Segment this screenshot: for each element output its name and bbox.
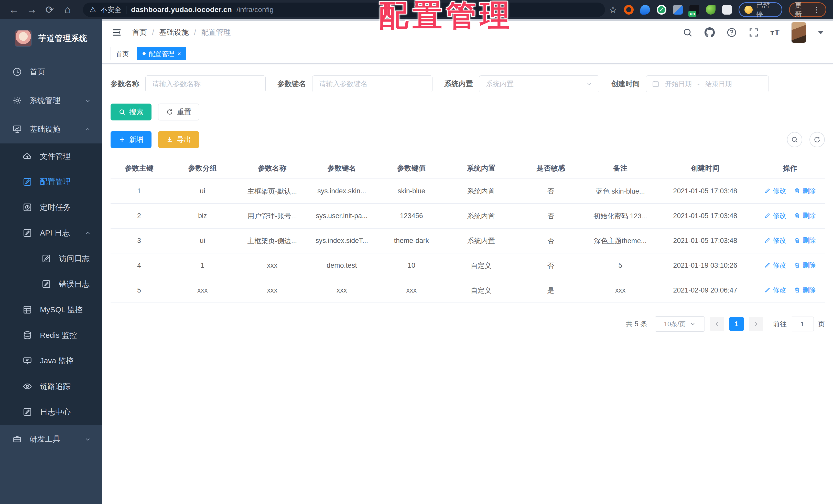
goto-page-input[interactable] [791, 317, 814, 331]
sidebar-item-3[interactable]: 文件管理 [0, 144, 102, 169]
table-cell-actions: 修改删除 [755, 253, 825, 278]
sidebar-item-4[interactable]: 配置管理 [0, 169, 102, 195]
user-avatar[interactable] [791, 22, 806, 43]
sidebar-item-13[interactable]: 日志中心 [0, 399, 102, 425]
param-key-input[interactable] [312, 75, 432, 92]
browser-home-icon[interactable]: ⌂ [61, 3, 75, 17]
search-button[interactable]: 搜索 [111, 104, 151, 121]
extension-pin-icon[interactable] [640, 5, 650, 15]
breadcrumb-home[interactable]: 首页 [132, 27, 147, 37]
date-range-picker[interactable]: 开始日期 - 结束日期 [646, 75, 769, 92]
table-cell: 3 [111, 228, 168, 253]
table-cell: 2021-02-09 20:06:47 [655, 278, 755, 303]
breadcrumb-infra[interactable]: 基础设施 [159, 27, 189, 37]
delete-row-link[interactable]: 删除 [794, 261, 816, 270]
browser-update-button[interactable]: 更新 ⋮ [789, 2, 826, 17]
table-cell: 1 [111, 179, 168, 204]
table-row: 3ui主框架页-侧边...sys.index.sideT...theme-dar… [111, 228, 825, 253]
toggle-search-button[interactable] [787, 132, 802, 147]
tab-close-icon[interactable]: × [177, 50, 181, 57]
refresh-icon [166, 108, 173, 116]
sidebar-item-14[interactable]: 研发工具 [0, 425, 102, 453]
trash-icon [794, 262, 801, 269]
profile-paused-badge[interactable]: 已暂停 [739, 2, 782, 17]
font-size-icon[interactable]: ᴛT [770, 28, 780, 37]
sidebar-item-6[interactable]: API 日志 [0, 220, 102, 246]
sidebar-item-0[interactable]: 首页 [0, 57, 102, 86]
sidebar-item-10[interactable]: Redis 监控 [0, 323, 102, 348]
prev-page-button[interactable] [710, 317, 724, 331]
sidebar-item-9[interactable]: MySQL 监控 [0, 297, 102, 323]
export-button[interactable]: 导出 [158, 131, 199, 148]
browser-toolbar: ☆ ✓ 已暂停 更新 ⋮ [609, 2, 826, 17]
help-icon[interactable] [726, 27, 737, 38]
edit-row-link[interactable]: 修改 [764, 236, 786, 245]
browser-forward-icon[interactable]: → [25, 3, 39, 17]
edit-row-link[interactable]: 修改 [764, 286, 786, 295]
extension-duo-icon[interactable] [673, 5, 683, 15]
collapse-sidebar-icon[interactable] [112, 27, 122, 38]
sidebar-item-5[interactable]: 定时任务 [0, 195, 102, 220]
extension-leaf-icon[interactable] [706, 5, 716, 15]
sidebar-item-label: MySQL 监控 [40, 305, 83, 315]
sidebar-item-7[interactable]: 访问日志 [0, 246, 102, 271]
plus-icon [118, 136, 126, 143]
tab-config[interactable]: 配置管理 × [137, 47, 186, 60]
page-number-current[interactable]: 1 [729, 317, 744, 331]
extensions-puzzle-icon[interactable] [722, 5, 732, 15]
sidebar-item-2[interactable]: 基础设施 [0, 115, 102, 144]
column-header-8: 创建时间 [655, 158, 755, 179]
table-cell: 初始化密码 123... [586, 204, 655, 228]
browser-reload-icon[interactable]: ⟳ [43, 3, 57, 17]
param-name-input[interactable] [145, 75, 266, 92]
refresh-icon [813, 136, 821, 144]
edit-icon [42, 254, 51, 263]
delete-row-link[interactable]: 删除 [794, 186, 816, 195]
delete-row-link[interactable]: 删除 [794, 236, 816, 245]
chevron-right-icon [753, 321, 759, 327]
avatar-caret-icon[interactable] [818, 31, 824, 34]
delete-row-link[interactable]: 删除 [794, 211, 816, 220]
page-size-select[interactable]: 10条/页 [655, 316, 705, 332]
trash-icon [794, 187, 801, 194]
browser-back-icon[interactable]: ← [7, 3, 21, 17]
next-page-button[interactable] [749, 317, 763, 331]
table-row: 2biz用户管理-账号...sys.user.init-pa...123456系… [111, 204, 825, 228]
edit-icon [23, 177, 32, 187]
extension-ring-icon[interactable] [624, 5, 634, 15]
column-header-1: 参数分组 [168, 158, 237, 179]
sidebar-item-12[interactable]: 链路追踪 [0, 374, 102, 399]
address-bar[interactable]: ⚠ 不安全 dashboard.yudao.iocoder.cn /infra/… [83, 3, 605, 17]
delete-row-link[interactable]: 删除 [794, 286, 816, 295]
export-button-label: 导出 [177, 135, 191, 145]
builtin-select[interactable]: 系统内置 [479, 75, 599, 92]
reset-button[interactable]: 重置 [158, 104, 199, 121]
edit-row-link[interactable]: 修改 [764, 211, 786, 220]
table-cell: 2021-01-05 17:03:48 [655, 204, 755, 228]
sidebar-item-label: 文件管理 [40, 151, 71, 161]
home-icon [12, 67, 22, 77]
chevron-down-icon [85, 97, 91, 104]
extension-check-icon[interactable]: ✓ [657, 5, 666, 15]
browser-menu-kebab-icon[interactable]: ⋮ [813, 5, 820, 14]
sidebar-item-11[interactable]: Java 监控 [0, 348, 102, 374]
app-logo-row[interactable]: 芋道管理系统 [0, 19, 102, 57]
app-logo [15, 30, 32, 47]
bookmark-star-icon[interactable]: ☆ [609, 4, 617, 15]
sidebar-item-label: 链路追踪 [40, 381, 71, 392]
sidebar-item-1[interactable]: 系统管理 [0, 86, 102, 115]
extension-on-icon[interactable] [689, 5, 699, 15]
refresh-table-button[interactable] [809, 132, 825, 147]
github-icon[interactable] [704, 27, 715, 38]
edit-row-link[interactable]: 修改 [764, 261, 786, 270]
goto-label: 前往 [773, 319, 787, 329]
tab-home[interactable]: 首页 [111, 47, 134, 60]
table-cell-actions: 修改删除 [755, 228, 825, 253]
fullscreen-icon[interactable] [748, 27, 759, 38]
table-cell: xxx [377, 278, 446, 303]
edit-row-link[interactable]: 修改 [764, 186, 786, 195]
search-icon[interactable] [682, 27, 693, 38]
table-cell: xxx [586, 278, 655, 303]
add-button[interactable]: 新增 [111, 131, 151, 148]
sidebar-item-8[interactable]: 错误日志 [0, 271, 102, 297]
